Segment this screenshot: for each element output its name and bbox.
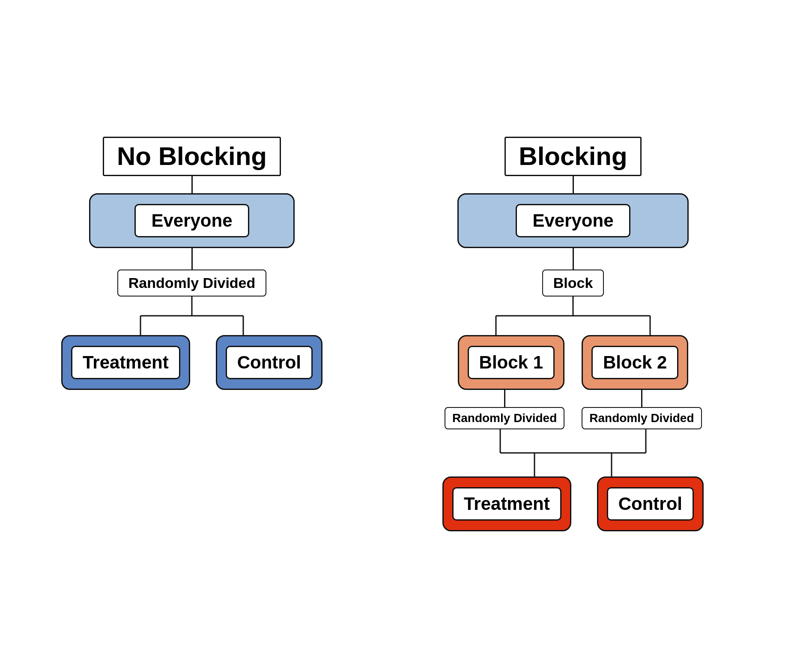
block2-col: Block 2	[582, 335, 688, 390]
control-col-right: Control	[597, 476, 704, 531]
diagrams-container: No Blocking Everyone Randomly Divided	[0, 120, 812, 548]
block-branch-connector	[445, 297, 702, 335]
everyone-label-left: Everyone	[134, 204, 249, 237]
rd-to-tc-connector	[436, 429, 710, 476]
treatment-box-right: Treatment	[442, 476, 571, 531]
block1-label: Block 1	[468, 346, 555, 379]
control-label-left: Control	[226, 346, 313, 379]
treatment-col-right: Treatment	[442, 476, 571, 531]
everyone-box-right: Everyone	[457, 193, 689, 248]
connector-title-everyone-right	[573, 176, 574, 193]
everyone-box-left: Everyone	[89, 193, 295, 248]
control-box-left: Control	[216, 335, 322, 390]
blocks-row: Block 1 Block 2	[445, 335, 702, 390]
no-blocking-diagram: No Blocking Everyone Randomly Divided	[42, 137, 342, 390]
branch-connector-left	[102, 297, 282, 335]
treatment-label-right: Treatment	[452, 487, 561, 521]
connector-everyone-rd-left	[191, 248, 193, 270]
connector-title-everyone	[191, 176, 193, 193]
connector-block2-rd	[641, 390, 642, 407]
block-to-rd-connectors	[445, 390, 702, 407]
block-label: Block	[542, 270, 604, 297]
block1-col: Block 1	[458, 335, 564, 390]
control-label-right: Control	[607, 487, 694, 521]
treatment-col-left: Treatment	[61, 335, 190, 390]
treatment-control-row-right: Treatment Control	[445, 476, 702, 531]
randomly-divided-row: Randomly Divided Randomly Divided	[445, 407, 702, 429]
treatment-box-left: Treatment	[61, 335, 190, 390]
blocking-diagram: Blocking Everyone Block Block 1	[376, 137, 770, 531]
control-box-right: Control	[597, 476, 704, 531]
block2-box: Block 2	[582, 335, 688, 390]
everyone-label-right: Everyone	[516, 204, 630, 237]
treatment-label-left: Treatment	[71, 346, 180, 379]
block1-box: Block 1	[458, 335, 564, 390]
blocking-title: Blocking	[505, 137, 641, 176]
connector-block1-rd	[504, 390, 505, 407]
no-blocking-title: No Blocking	[103, 137, 281, 176]
block2-label: Block 2	[591, 346, 678, 379]
randomly-divided-label-right-2: Randomly Divided	[582, 407, 702, 429]
randomly-divided-label-left: Randomly Divided	[117, 270, 267, 297]
randomly-divided-label-right-1: Randomly Divided	[445, 407, 564, 429]
treatment-control-row-left: Treatment Control	[102, 335, 282, 390]
connector-everyone-block	[573, 248, 574, 270]
control-col-left: Control	[216, 335, 322, 390]
